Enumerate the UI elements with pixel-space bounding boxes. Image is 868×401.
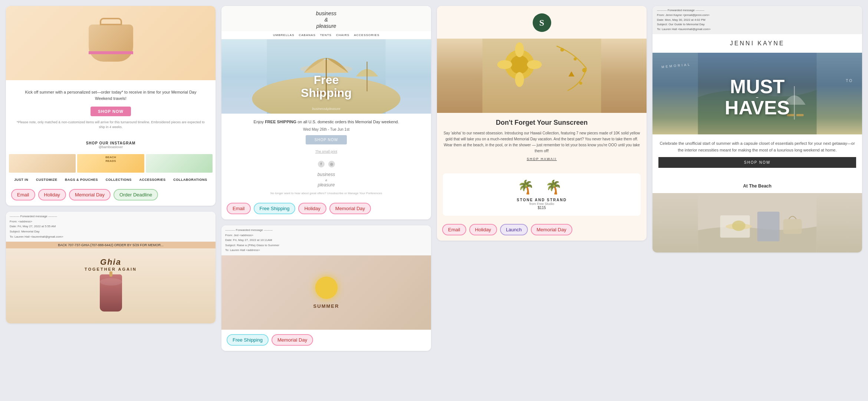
card-stone-strand: S bbox=[437, 6, 647, 241]
ghia-drink-illustration bbox=[100, 274, 122, 312]
bp-nav-umbrellas[interactable]: UMBRELLAS bbox=[273, 33, 294, 37]
link-collaborations[interactable]: COLLABORATIONS bbox=[173, 178, 207, 182]
tag-holiday-2[interactable]: Holiday bbox=[298, 203, 326, 214]
strand-headline: Don't Forget Your Sunscreen bbox=[443, 119, 641, 127]
tag-free-shipping-2[interactable]: Free Shipping bbox=[227, 334, 269, 346]
strand-product-name: STONE AND STRAND bbox=[517, 198, 567, 202]
strand-logo-s: S bbox=[539, 18, 544, 28]
bp-dates: Wed May 26th - Tue Jun 1st bbox=[227, 127, 426, 131]
jk-hero-image: MEMORIAL TO MUST – HAVES bbox=[652, 53, 862, 134]
fwd-line2: From: <address> bbox=[10, 219, 212, 224]
ghia-bar-text: BACK 707-737-GHIA (707-888-6442) ORDER B… bbox=[6, 242, 216, 248]
tag-memorial-3[interactable]: Memorial Day bbox=[272, 334, 313, 346]
column-4: ---------- Forwarded message --------- F… bbox=[652, 6, 862, 252]
tag-email-1[interactable]: Email bbox=[11, 189, 35, 200]
tag-email-2[interactable]: Email bbox=[227, 203, 251, 214]
instagram-grid: BEACHREADS bbox=[6, 152, 216, 175]
bamboa-instagram-section: SHOP OUR INSTAGRAM @bamboaslover bbox=[6, 138, 216, 152]
bp-social-links: f ◎ bbox=[221, 159, 431, 170]
jk-fwd-line2: From: Jenni Kayne <jemail@jenni.com> bbox=[657, 13, 858, 18]
bp-nav-chairs[interactable]: CHAIRS bbox=[336, 33, 349, 37]
tag-order-deadline-1[interactable]: Order Deadline bbox=[114, 189, 158, 200]
card-bamboa-content: Kick off summer with a personalized set—… bbox=[6, 80, 216, 138]
bamboa-shop-btn[interactable]: SHOP NOW bbox=[91, 107, 131, 116]
jk-shop-btn[interactable]: SHOP NOW bbox=[658, 157, 856, 168]
link-collections[interactable]: COLLECTIONS bbox=[106, 178, 132, 182]
strand-top: S bbox=[437, 6, 647, 39]
bp-nav-cabanas[interactable]: CABANAS bbox=[299, 33, 315, 37]
ghia-tagline: TOGETHER AGAIN bbox=[85, 267, 137, 271]
bp-shop-btn[interactable]: SHOP NOW bbox=[306, 135, 347, 144]
bp-footer-logo: business & pleasure bbox=[221, 170, 431, 190]
jk-fwd-line5: To: Lauren Hall <laurenhall@gmail.com> bbox=[657, 27, 858, 32]
jk-memorial-text: MEMORIAL bbox=[661, 63, 691, 69]
svg-point-10 bbox=[515, 42, 524, 57]
bp-facebook-icon[interactable]: f bbox=[318, 161, 325, 167]
strand-hero-svg bbox=[437, 39, 647, 113]
bamboa-links: JUST IN CUSTOMIZE BAGS & POUCHES COLLECT… bbox=[6, 175, 216, 185]
bp-freeshipping-tags: Email Free Shipping Holiday Memorial Day bbox=[221, 198, 431, 219]
link-accessories[interactable]: ACCESSORIES bbox=[139, 178, 166, 182]
bp-header: business & pleasure bbox=[221, 6, 431, 31]
strand-palms-icon: 🌴 🌴 bbox=[517, 179, 566, 195]
bp-small-print[interactable]: The small print bbox=[227, 150, 426, 153]
sun-illustration bbox=[315, 277, 338, 299]
svg-point-28 bbox=[732, 221, 746, 231]
tag-free-shipping-1[interactable]: Free Shipping bbox=[254, 203, 296, 214]
fwd-line4: Subject: Memorial Day bbox=[10, 229, 212, 234]
strand-product-price: $115 bbox=[537, 206, 546, 210]
ghia-hero-image: BACK 707-737-GHIA (707-888-6442) ORDER B… bbox=[6, 242, 216, 323]
jk-section-title: At The Beach bbox=[658, 180, 856, 192]
bp-nav-tents[interactable]: TENTS bbox=[320, 33, 332, 37]
park-label: SUMMER bbox=[313, 303, 339, 309]
svg-point-17 bbox=[579, 82, 582, 85]
bp-nav-accessories[interactable]: ACCESSORIES bbox=[354, 33, 379, 37]
instagram-handle: @bamboaslover bbox=[6, 145, 216, 149]
insta-image-1[interactable] bbox=[9, 154, 76, 173]
jk-forward-header: ---------- Forwarded message --------- F… bbox=[652, 6, 862, 34]
tag-holiday-1[interactable]: Holiday bbox=[38, 189, 66, 200]
link-customize[interactable]: CUSTOMIZE bbox=[36, 178, 57, 182]
bamboa-small-text: *Please note, only matched & non-customi… bbox=[12, 118, 210, 132]
link-bags[interactable]: BAGS & POUCHES bbox=[65, 178, 98, 182]
card-jenni-kayne: ---------- Forwarded message --------- F… bbox=[652, 6, 862, 252]
jk-fwd-line1: ---------- Forwarded message --------- bbox=[657, 8, 858, 13]
tag-launch-1[interactable]: Launch bbox=[500, 224, 528, 235]
bp-logo: business & pleasure bbox=[224, 10, 428, 29]
jk-brand-name: jenni kayne bbox=[652, 34, 862, 53]
col2-card2-tags: Free Shipping Memorial Day bbox=[221, 330, 431, 351]
tag-memorial-2[interactable]: Memorial Day bbox=[329, 203, 371, 214]
column-1: Kick off summer with a personalized set—… bbox=[6, 6, 216, 323]
jk-beach-label: At The Beach bbox=[652, 177, 862, 193]
ghia-forward-header: ---------- Forwarded message --------- F… bbox=[6, 212, 216, 242]
svg-point-14 bbox=[560, 48, 564, 52]
strand-tags: Email Holiday Launch Memorial Day bbox=[437, 219, 647, 241]
main-grid: Kick off summer with a personalized set—… bbox=[0, 0, 868, 357]
strand-shop-link[interactable]: SHOP HAWAII bbox=[443, 154, 641, 164]
svg-point-13 bbox=[527, 60, 542, 69]
fwd2-line3: Date: Fri, May 27, 2022 at 10:11AM bbox=[225, 238, 427, 243]
col2-card2-preview: SUMMER bbox=[221, 255, 431, 330]
link-just-in[interactable]: JUST IN bbox=[14, 178, 28, 182]
tag-holiday-3[interactable]: Holiday bbox=[469, 224, 497, 235]
card-bp-freeshipping: business & pleasure UMBRELLAS CABANAS TE… bbox=[221, 6, 431, 219]
tag-memorial-4[interactable]: Memorial Day bbox=[531, 224, 572, 235]
jk-must-haves-text: MUST – HAVES bbox=[725, 78, 790, 117]
strand-hero bbox=[437, 39, 647, 113]
tag-memorial-1[interactable]: Memorial Day bbox=[69, 189, 111, 200]
strand-product-card: 🌴 🌴 STONE AND STRAND from Free Studio $1… bbox=[443, 173, 641, 216]
card-bamboa-image bbox=[6, 6, 216, 80]
bag-stripe bbox=[89, 51, 133, 54]
fwd-line5: To: Lauren Hall <laurenhall@gmail.com> bbox=[10, 234, 212, 239]
tag-email-3[interactable]: Email bbox=[442, 224, 466, 235]
insta-image-3[interactable] bbox=[146, 154, 213, 173]
card-bamboa: Kick off summer with a personalized set—… bbox=[6, 6, 216, 206]
svg-rect-25 bbox=[757, 212, 780, 241]
insta-image-2[interactable]: BEACHREADS bbox=[77, 154, 144, 173]
jk-to-text: TO bbox=[846, 79, 853, 83]
fwd2-line5: To: Lauren Hall <address> bbox=[225, 248, 427, 253]
ghia-logo: Ghia bbox=[100, 257, 121, 267]
strand-product-sub: from Free Studio bbox=[529, 202, 554, 206]
column-2: business & pleasure UMBRELLAS CABANAS TE… bbox=[221, 6, 431, 351]
bp-instagram-icon[interactable]: ◎ bbox=[328, 161, 335, 167]
